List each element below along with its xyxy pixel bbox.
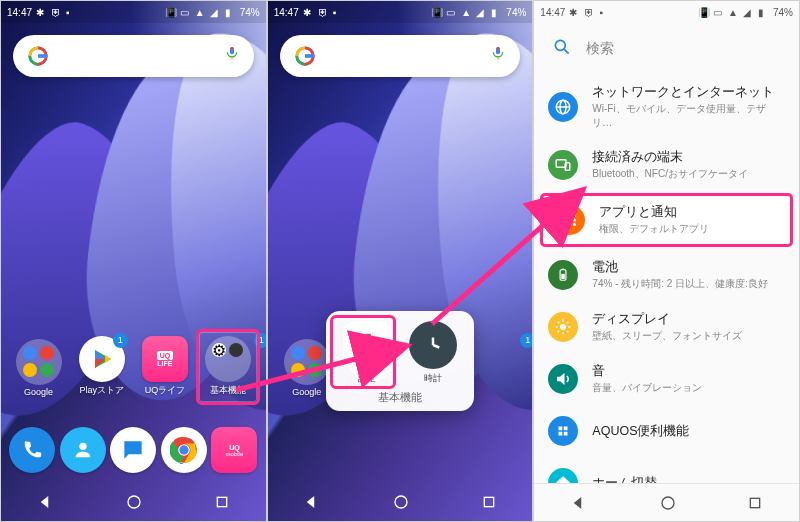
dot-icon: ▪	[599, 7, 610, 18]
battery-icon: ▮	[225, 7, 236, 18]
chrome-icon	[161, 427, 207, 473]
nav-recent-icon[interactable]	[747, 495, 763, 511]
nav-home-icon[interactable]	[660, 495, 676, 511]
status-bar: 14:47 ✱ ⛨ ▪ 📳 ▭ ▲ ◢ ▮ 74%	[1, 1, 266, 23]
battery-icon: ▮	[758, 7, 769, 18]
play-icon: 1	[79, 336, 125, 382]
nav-recent-icon[interactable]	[214, 494, 230, 510]
settings-item-apps[interactable]: アプリと通知権限、デフォルトアプリ	[540, 193, 793, 247]
navigation-bar	[268, 483, 533, 521]
wallpaper	[268, 1, 533, 521]
status-bar: 14:47 ✱ ⛨ ▪ 📳 ▭ ▲ ◢ ▮ 74%	[268, 1, 533, 23]
settings-item-globe[interactable]: ネットワークとインターネットWi-Fi、モバイル、データ使用量、テザリ…	[534, 75, 799, 139]
google-logo-icon	[294, 45, 316, 67]
svg-rect-1	[38, 54, 47, 58]
app-label: Google	[292, 387, 321, 397]
wifi-icon: ▲	[195, 7, 206, 18]
svg-marker-28	[307, 496, 315, 508]
messages-icon	[110, 427, 156, 473]
app-play-store[interactable]: 1 Playストア	[73, 336, 131, 397]
vibrate-icon: 📳	[431, 7, 442, 18]
folder-app-label: 時計	[407, 372, 459, 385]
svg-point-50	[560, 324, 566, 330]
app-messages[interactable]	[108, 427, 159, 473]
svg-rect-30	[484, 497, 493, 506]
status-battery: 74%	[506, 7, 526, 18]
settings-item-devices[interactable]: 接続済みの端末Bluetooth、NFC/おサイフケータイ	[534, 139, 799, 191]
folder-icon	[16, 339, 62, 385]
folder-title: 基本機能	[334, 391, 466, 405]
settings-list: ネットワークとインターネットWi-Fi、モバイル、データ使用量、テザリ…接続済み…	[534, 75, 799, 509]
battery-icon: ▮	[491, 7, 502, 18]
settings-item-aquos[interactable]: AQUOS便利機能	[534, 405, 799, 457]
app-phone[interactable]	[7, 427, 58, 473]
google-search-bar[interactable]	[13, 35, 254, 77]
svg-line-32	[564, 49, 569, 54]
svg-point-46	[573, 223, 576, 226]
settings-item-sound[interactable]: 音音量、バイブレーション	[534, 353, 799, 405]
app-basic-folder[interactable]: ⚙ 基本機能	[199, 336, 257, 397]
svg-point-20	[497, 47, 500, 50]
settings-item-subtitle: Wi-Fi、モバイル、データ使用量、テザリ…	[592, 102, 783, 130]
settings-search[interactable]: 検索	[534, 23, 799, 75]
settings-item-battery[interactable]: 電池74% - 残り時間: 2 日以上、健康度:良好	[534, 249, 799, 301]
svg-line-57	[567, 322, 569, 324]
phone-screen-3: 14:47 ✱ ⛨ ▪ 📳 ▭ ▲ ◢ ▮ 74% 検索 ネットワークとインター…	[533, 0, 800, 522]
phone-screen-1: 14:47 ✱ ⛨ ▪ 📳 ▭ ▲ ◢ ▮ 74%	[0, 0, 267, 522]
svg-point-31	[556, 40, 566, 50]
svg-point-41	[564, 219, 567, 222]
nav-home-icon[interactable]	[126, 494, 142, 510]
vibrate-icon: 📳	[698, 7, 709, 18]
settings-item-subtitle: 音量、バイブレーション	[592, 381, 702, 395]
nav-home-icon[interactable]	[393, 494, 409, 510]
app-google-folder[interactable]: 1 Google	[10, 339, 68, 397]
settings-item-subtitle: 権限、デフォルトアプリ	[599, 222, 709, 236]
svg-rect-15	[217, 497, 226, 506]
svg-line-56	[567, 331, 569, 333]
folder-app-settings[interactable]: 設定	[341, 321, 393, 385]
notification-badge: 1	[113, 333, 128, 348]
favorites-row: UQmobile	[1, 427, 266, 473]
nav-back-icon[interactable]	[570, 494, 588, 512]
aquos-icon	[548, 416, 578, 446]
settings-icon	[343, 321, 391, 369]
nav-back-icon[interactable]	[303, 493, 321, 511]
app-uqmobile[interactable]: UQmobile	[209, 427, 260, 473]
svg-rect-65	[751, 498, 760, 507]
google-logo-icon	[27, 45, 49, 67]
navigation-bar	[534, 483, 799, 521]
svg-point-9	[79, 443, 86, 450]
svg-point-14	[128, 496, 140, 508]
settings-item-title: ネットワークとインターネット	[592, 84, 783, 101]
nav-recent-icon[interactable]	[481, 494, 497, 510]
app-uq-life[interactable]: UQ LIFE UQライフ	[136, 336, 194, 397]
contacts-icon	[60, 427, 106, 473]
signal-icon: ◢	[476, 7, 487, 18]
devices-icon	[548, 150, 578, 180]
svg-point-42	[569, 219, 572, 222]
svg-rect-37	[566, 163, 571, 171]
mic-icon[interactable]	[224, 45, 240, 67]
globe-icon	[548, 92, 578, 122]
svg-rect-17	[305, 54, 314, 58]
uqmobile-icon: UQmobile	[211, 427, 257, 473]
app-chrome[interactable]	[159, 427, 210, 473]
status-time: 14:47	[540, 7, 565, 18]
status-bar: 14:47 ✱ ⛨ ▪ 📳 ▭ ▲ ◢ ▮ 74%	[534, 1, 799, 23]
app-contacts[interactable]	[58, 427, 109, 473]
folder-app-clock[interactable]: 時計	[407, 321, 459, 385]
settings-item-subtitle: 74% - 残り時間: 2 日以上、健康度:良好	[592, 277, 768, 291]
google-search-bar[interactable]	[280, 35, 521, 77]
nfc-icon: ▭	[713, 7, 724, 18]
svg-point-45	[569, 223, 572, 226]
svg-rect-60	[564, 427, 568, 431]
sound-icon	[548, 364, 578, 394]
settings-item-title: 電池	[592, 259, 768, 276]
nav-back-icon[interactable]	[37, 493, 55, 511]
settings-item-display[interactable]: ディスプレイ壁紙、スリープ、フォントサイズ	[534, 301, 799, 353]
svg-rect-59	[559, 427, 563, 431]
shield-icon: ⛨	[318, 7, 329, 18]
mic-icon[interactable]	[490, 45, 506, 67]
shield-icon: ⛨	[584, 7, 595, 18]
settings-item-subtitle: 壁紙、スリープ、フォントサイズ	[592, 329, 742, 343]
